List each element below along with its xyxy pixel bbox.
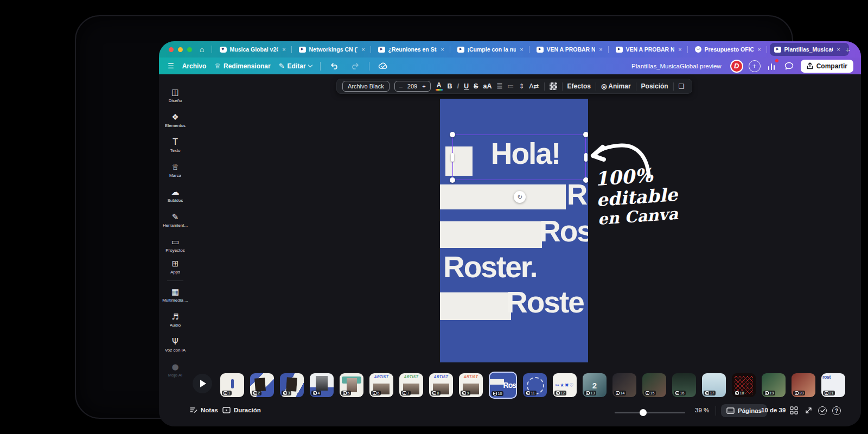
sidebar-item[interactable]: ⊞ Apps — [160, 258, 190, 283]
underline-button[interactable]: U — [464, 82, 469, 90]
document-title[interactable]: Plantillas_MusicaGlobal-preview — [631, 63, 722, 69]
paginas-button[interactable]: Páginas — [721, 404, 767, 417]
sidebar-item[interactable]: ♕ Marca — [160, 158, 190, 183]
browser-tab[interactable]: Plantillas_MusicaG... × — [770, 43, 849, 56]
animar-button[interactable]: ◎ Animar — [601, 82, 631, 90]
page-thumbnail[interactable]: ▸ 17 — [702, 373, 726, 397]
italic-button[interactable]: I — [457, 82, 459, 90]
sidebar-item[interactable]: ♬ Audio — [160, 308, 190, 333]
maximize-window-button[interactable] — [187, 47, 192, 52]
sidebar-item[interactable]: ◫ Diseño — [160, 83, 190, 108]
posicion-button[interactable]: Posición — [641, 82, 668, 90]
strikethrough-button[interactable]: S — [474, 82, 478, 90]
check-circle-icon[interactable] — [818, 406, 827, 415]
selection-handle-top-right[interactable] — [583, 132, 588, 137]
page-thumbnail[interactable]: ▸ 20 — [792, 373, 815, 397]
tab-close-icon[interactable]: × — [282, 46, 285, 53]
tab-close-icon[interactable]: × — [678, 46, 681, 53]
font-size-stepper[interactable]: – 209 + — [394, 81, 431, 92]
page-thumbnail[interactable]: ▸ 15 — [642, 373, 666, 397]
sidebar-item[interactable]: ● Mojo AI — [160, 358, 190, 382]
page-thumbnail[interactable]: ARTIST ▸ 8 — [429, 373, 453, 397]
page-thumbnail[interactable]: ▸ 16 — [672, 373, 696, 397]
page-thumbnail[interactable]: ▸ 1 — [220, 373, 244, 397]
page-thumbnail[interactable]: ▸ 3 — [280, 373, 304, 397]
page-thumbnail[interactable]: ▸ 5 — [340, 373, 363, 397]
page-thumbnail[interactable]: ARTIST ▸ 9 — [459, 373, 483, 397]
tab-close-icon[interactable]: × — [361, 46, 365, 53]
browser-tab[interactable]: Networkings CN (T... × — [295, 43, 374, 56]
page-thumbnail[interactable]: 2 ▸ 13 — [583, 373, 607, 397]
window-controls[interactable] — [169, 47, 192, 52]
alignment-icon[interactable]: ☰ — [496, 82, 502, 90]
minimize-window-button[interactable] — [178, 47, 183, 52]
browser-tab[interactable]: Presupuesto OFICI... × — [691, 43, 770, 56]
sidebar-item[interactable]: ▭ Proyectos — [160, 233, 190, 258]
roster-text-2[interactable]: Ros — [539, 216, 588, 246]
roster-text-1[interactable]: R — [567, 180, 586, 209]
sidebar-item[interactable]: T Texto — [160, 133, 190, 158]
browser-tab[interactable]: Musica Global v2C ... × — [215, 43, 295, 56]
canvas-white-bar[interactable] — [440, 184, 566, 209]
sidebar-item[interactable]: Ψ Voz con IA — [160, 333, 190, 358]
close-window-button[interactable] — [169, 47, 174, 52]
browser-tab[interactable]: VEN A PROBAR NU... × — [611, 43, 691, 56]
page-thumbnail[interactable]: ▸ 4 — [310, 373, 334, 397]
page-thumbnail[interactable]: ARTIST ▸ 7 — [399, 373, 423, 397]
notas-button[interactable]: Notas — [190, 407, 218, 413]
text-color-button[interactable]: A — [436, 82, 443, 91]
insights-chart-button[interactable] — [766, 60, 778, 72]
archivo-menu[interactable]: Archivo — [182, 62, 207, 70]
list-icon[interactable]: ≔ — [507, 82, 514, 90]
canvas-white-bar[interactable] — [440, 292, 511, 320]
add-member-button[interactable]: + — [749, 60, 761, 72]
page-thumbnail[interactable]: ✂★✖♡ ▸ 12 — [553, 373, 577, 397]
tab-close-icon[interactable]: × — [599, 46, 602, 53]
canvas-white-bar[interactable] — [440, 221, 542, 248]
transparency-icon[interactable] — [550, 82, 557, 90]
tab-close-icon[interactable]: × — [837, 46, 840, 53]
sidebar-item[interactable]: ❖ Elementos — [160, 108, 190, 133]
efectos-button[interactable]: Efectos — [567, 82, 591, 90]
browser-tab[interactable]: VEN A PROBAR NU... × — [532, 43, 611, 56]
page-thumbnail[interactable]: ▸ 14 — [612, 373, 636, 397]
rotate-handle[interactable]: ↻ — [514, 191, 526, 203]
selection-handle-top-left[interactable] — [450, 132, 455, 137]
editar-menu[interactable]: ✎ Editar — [279, 62, 312, 70]
compartir-button[interactable]: Compartir — [801, 60, 853, 73]
undo-button[interactable] — [329, 60, 341, 72]
home-icon[interactable]: ⌂ — [200, 46, 204, 53]
browser-tab[interactable]: ¿Reuniones en Star... × — [374, 43, 453, 56]
page-thumbnail[interactable]: rost ▸ 21 — [821, 373, 845, 397]
zoom-slider[interactable] — [615, 412, 685, 413]
zoom-slider-knob[interactable] — [640, 409, 647, 416]
page-thumbnail[interactable]: ▸ 2 — [250, 373, 274, 397]
page-thumbnail[interactable]: ARTIST ▸ 6 — [369, 373, 393, 397]
text-case-button[interactable]: aA — [483, 82, 492, 90]
redimensionar-menu[interactable]: ♕ Redimensionar — [214, 62, 270, 70]
browser-tab[interactable]: ¡Cumple con la nue... × — [453, 43, 532, 56]
paint-roller-icon[interactable]: ❏ — [679, 82, 685, 90]
sidebar-item[interactable]: ☁ Subidos — [160, 183, 190, 208]
user-avatar[interactable]: D — [730, 60, 743, 73]
tab-close-icon[interactable]: × — [757, 46, 761, 53]
selection-handle-left[interactable] — [451, 153, 454, 162]
roster-text-3[interactable]: Roster. — [443, 252, 537, 282]
page-thumbnail[interactable]: Ros ▸ 10 — [489, 372, 517, 399]
line-spacing-icon[interactable]: ⇕ — [519, 82, 524, 90]
bold-button[interactable]: B — [448, 82, 452, 90]
hamburger-menu-icon[interactable]: ☰ — [168, 62, 174, 70]
tab-close-icon[interactable]: × — [441, 46, 444, 53]
play-button[interactable] — [193, 374, 212, 393]
grid-view-icon[interactable] — [790, 406, 798, 417]
selection-box[interactable] — [452, 135, 586, 180]
comments-button[interactable] — [783, 60, 795, 72]
sidebar-item[interactable]: ▦ Multimedia ... — [160, 283, 190, 308]
font-family-selector[interactable]: Archivo Black — [342, 81, 390, 92]
help-icon[interactable]: ? — [832, 406, 841, 415]
page-thumbnail[interactable]: ▸ 11 — [523, 373, 547, 397]
duracion-button[interactable]: Duración — [222, 407, 261, 413]
page-thumbnail[interactable]: ▸ 19 — [762, 373, 786, 397]
selection-handle-bottom-left[interactable] — [450, 177, 455, 183]
letter-spacing-icon[interactable]: A⇄ — [529, 82, 539, 90]
